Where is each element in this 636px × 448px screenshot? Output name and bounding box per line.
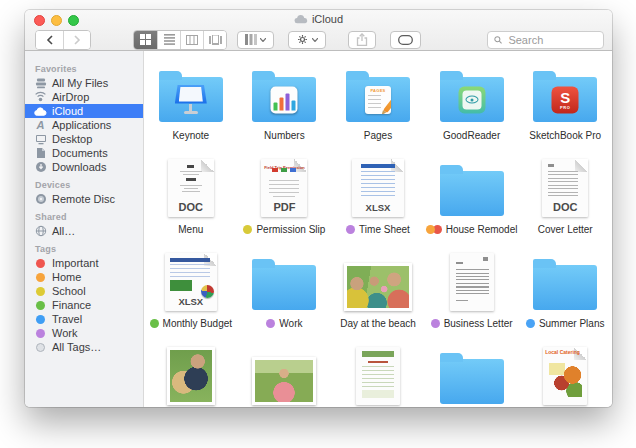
document-icon — [34, 147, 47, 160]
search-field[interactable] — [487, 31, 604, 49]
tag-dot-icon — [431, 319, 440, 328]
item-pages[interactable]: PAGES Pages — [331, 59, 425, 153]
sidebar-section-favorites: Favorites — [25, 58, 143, 76]
item-permission-slip[interactable]: Field Trip Permission PDF Permission Sli… — [238, 153, 332, 247]
sketchbook-letter: S — [560, 90, 570, 104]
back-button[interactable] — [36, 31, 63, 49]
sidebar-item-label: Travel — [52, 313, 82, 325]
tag-dot-icon — [266, 319, 275, 328]
list-view-icon — [164, 34, 175, 45]
item-house-remodel[interactable]: House Remodel — [425, 153, 519, 247]
sidebar-item-downloads[interactable]: Downloads — [25, 160, 143, 174]
sidebar-item-tag-finance[interactable]: Finance — [25, 298, 143, 312]
sidebar-item-documents[interactable]: Documents — [25, 146, 143, 160]
sidebar-section-devices: Devices — [25, 174, 143, 192]
item-work-folder[interactable]: Work — [238, 247, 332, 341]
chevron-down-icon — [260, 38, 266, 42]
sidebar-item-all-shared[interactable]: All… — [25, 224, 143, 238]
folder-icon — [533, 265, 597, 310]
sidebar-item-label: Documents — [52, 147, 108, 159]
item-photo-girl[interactable] — [238, 341, 332, 407]
sidebar-item-applications[interactable]: A Applications — [25, 118, 143, 132]
item-sketchbook-pro[interactable]: S PRO SketchBook Pro — [518, 59, 612, 153]
item-label: Menu — [178, 224, 203, 235]
item-monthly-budget[interactable]: XLSX Monthly Budget — [144, 247, 238, 341]
sidebar-item-label: All Tags… — [52, 341, 101, 353]
item-green-form[interactable] — [331, 341, 425, 407]
sketchbook-app-icon: S PRO — [552, 86, 579, 113]
item-summer-plans[interactable]: Summer Plans — [518, 247, 612, 341]
toolbar — [25, 29, 612, 50]
item-label: SketchBook Pro — [529, 130, 601, 141]
share-button[interactable] — [348, 31, 376, 49]
sidebar-section-shared: Shared — [25, 206, 143, 224]
coverflow-view-button[interactable] — [203, 31, 226, 49]
window-title: iCloud — [25, 13, 612, 25]
item-time-sheet[interactable]: XLSX Time Sheet — [331, 153, 425, 247]
xlsx-file-icon: XLSX — [165, 253, 217, 311]
keynote-app-icon — [175, 85, 207, 115]
item-label: Pages — [364, 130, 392, 141]
folder-icon — [252, 265, 316, 310]
chevron-right-icon — [73, 35, 81, 45]
tag-button[interactable] — [390, 31, 421, 49]
doc-file-icon: DOC — [168, 159, 214, 217]
sidebar-item-tag-travel[interactable]: Travel — [25, 312, 143, 326]
titlebar[interactable]: iCloud — [25, 10, 612, 29]
sidebar-item-remote-disc[interactable]: Remote Disc — [25, 192, 143, 206]
item-cover-letter[interactable]: DOC Cover Letter — [518, 153, 612, 247]
item-folder-row4[interactable] — [425, 341, 519, 407]
sidebar-item-tag-important[interactable]: Important — [25, 256, 143, 270]
search-input[interactable] — [506, 33, 597, 47]
file-extension: DOC — [542, 201, 588, 213]
arrange-icon — [245, 34, 257, 45]
sidebar-item-desktop[interactable]: Desktop — [25, 132, 143, 146]
tag-dot-icon — [36, 259, 45, 268]
stack-icon — [34, 77, 47, 90]
sidebar-item-label: Finance — [52, 299, 91, 311]
item-label: Business Letter — [444, 318, 513, 329]
column-view-button[interactable] — [180, 31, 203, 49]
search-icon — [494, 35, 502, 45]
sidebar-item-airdrop[interactable]: AirDrop — [25, 90, 143, 104]
folder-icon — [252, 77, 316, 122]
folder-icon — [440, 359, 504, 404]
arrange-button[interactable] — [237, 31, 274, 49]
item-keynote[interactable]: Keynote — [144, 59, 238, 153]
forward-button[interactable] — [63, 31, 90, 49]
chevron-down-icon — [312, 38, 318, 42]
item-label: Time Sheet — [359, 224, 410, 235]
item-catering-flyer[interactable]: Local Catering — [518, 341, 612, 407]
sidebar-item-tag-work[interactable]: Work — [25, 326, 143, 340]
sidebar-item-tag-home[interactable]: Home — [25, 270, 143, 284]
item-numbers[interactable]: Numbers — [238, 59, 332, 153]
coverflow-view-icon — [209, 35, 222, 45]
column-view-icon — [186, 35, 198, 45]
grid-view-icon — [140, 34, 151, 45]
item-label: Day at the beach — [340, 318, 416, 329]
file-extension: PDF — [261, 201, 307, 213]
sidebar-item-all-tags[interactable]: All Tags… — [25, 340, 143, 354]
document-preview-icon: Local Catering — [543, 347, 587, 405]
share-icon — [356, 33, 368, 46]
view-switcher — [133, 30, 227, 50]
doc-title-text: Local Catering — [545, 349, 585, 355]
item-business-letter[interactable]: Business Letter — [425, 247, 519, 341]
downloads-icon — [34, 161, 47, 174]
sidebar-item-icloud[interactable]: iCloud — [25, 104, 143, 118]
sidebar-item-all-my-files[interactable]: All My Files — [25, 76, 143, 90]
action-button[interactable] — [288, 31, 326, 49]
sidebar-item-tag-school[interactable]: School — [25, 284, 143, 298]
tag-dot-icon — [36, 315, 45, 324]
navigation-buttons — [35, 30, 91, 50]
item-day-at-the-beach[interactable]: Day at the beach — [331, 247, 425, 341]
item-goodreader[interactable]: GoodReader — [425, 59, 519, 153]
tag-dot-icon — [150, 319, 159, 328]
item-photo-puppy[interactable] — [144, 341, 238, 407]
sidebar-item-label: Home — [52, 271, 81, 283]
item-label: Keynote — [172, 130, 209, 141]
goodreader-app-icon — [458, 86, 485, 113]
list-view-button[interactable] — [157, 31, 180, 49]
icon-view-button[interactable] — [134, 31, 157, 49]
item-menu[interactable]: DOC Menu — [144, 153, 238, 247]
